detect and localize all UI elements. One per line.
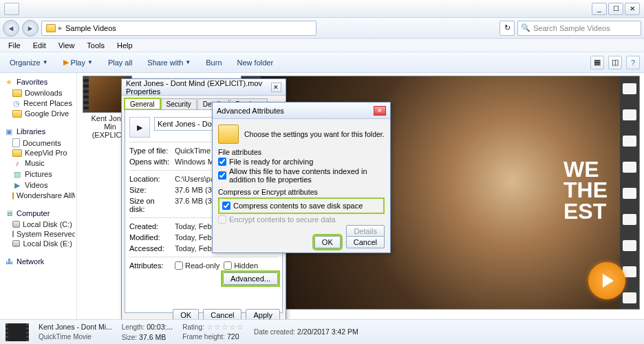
status-datecreated: 2/20/2017 3:42 PM xyxy=(297,327,358,336)
file-attributes-label: File attributes xyxy=(218,148,385,156)
advanced-close-button[interactable]: ✕ xyxy=(374,106,386,116)
details-pane: Kent Jones - Dont Mi... QuickTime Movie … xyxy=(0,319,644,344)
tab-security[interactable]: Security xyxy=(161,98,197,109)
compress-encrypt-label: Compress or Encrypt attributes xyxy=(218,188,385,196)
sidebar-item-diskd[interactable]: System Reserved (D:) xyxy=(1,229,75,239)
status-length: 00:03:... xyxy=(147,323,173,331)
navigation-pane: ★Favorites Downloads ◷Recent Places Goog… xyxy=(0,73,77,319)
refresh-button[interactable]: ↻ xyxy=(500,21,515,36)
advanced-cancel-button[interactable]: Cancel xyxy=(346,236,385,248)
help-button[interactable]: ? xyxy=(626,56,640,69)
file-type-icon: ▶ xyxy=(129,117,150,138)
sidebar-libraries-head[interactable]: ▣Libraries xyxy=(1,125,75,138)
sidebar-item-gdrive[interactable]: Google Drive xyxy=(1,109,75,118)
share-with-button[interactable]: Share with▼ xyxy=(142,56,196,69)
maximize-button[interactable] xyxy=(608,3,623,15)
play-all-button[interactable]: Play all xyxy=(103,56,138,69)
sidebar-item-diskc[interactable]: Local Disk (C:) xyxy=(1,219,75,229)
folder-settings-icon xyxy=(218,125,239,144)
archive-checkbox[interactable]: File is ready for archiving xyxy=(218,158,385,166)
address-bar-row: ◄ ► ▸ Sample Videos ↻ 🔍 Search Sample Vi… xyxy=(0,18,644,39)
sidebar-item-diske[interactable]: Local Disk (E:) xyxy=(1,239,75,248)
sidebar-network-head[interactable]: 🖧Network xyxy=(1,255,75,268)
menu-tools[interactable]: Tools xyxy=(81,40,110,51)
organize-button[interactable]: Organize▼ xyxy=(4,56,54,69)
advanced-description: Choose the settings you want for this fo… xyxy=(244,130,385,138)
search-input[interactable]: 🔍 Search Sample Videos xyxy=(517,21,641,36)
status-frameheight: 720 xyxy=(227,332,239,341)
preview-pane-button[interactable]: ◫ xyxy=(608,56,622,69)
view-options-button[interactable]: ▦ xyxy=(590,56,604,69)
breadcrumb-text: Sample Videos xyxy=(65,24,116,32)
sidebar-item-downloads[interactable]: Downloads xyxy=(1,88,75,98)
search-placeholder: Search Sample Videos xyxy=(533,24,610,32)
menu-edit[interactable]: Edit xyxy=(28,40,52,51)
folder-icon xyxy=(46,24,56,32)
sidebar-favorites-head[interactable]: ★Favorites xyxy=(1,76,75,88)
new-folder-button[interactable]: New folder xyxy=(232,56,279,69)
encrypt-checkbox[interactable]: Encrypt contents to secure data xyxy=(218,215,385,224)
sidebar-item-wondershare[interactable]: Wondershare AllMy xyxy=(1,191,75,200)
readonly-checkbox[interactable]: Read-only xyxy=(175,261,219,270)
properties-title: Kent Jones - Dont Mind (EXPLICIT).mov Pr… xyxy=(126,79,271,96)
back-button[interactable]: ◄ xyxy=(3,20,19,36)
menu-help[interactable]: Help xyxy=(111,40,138,51)
sidebar-computer-head[interactable]: 🖥Computer xyxy=(1,207,75,219)
advanced-ok-button[interactable]: OK xyxy=(314,236,341,248)
status-thumbnail xyxy=(6,323,29,341)
hidden-checkbox[interactable]: Hidden xyxy=(224,261,258,270)
menu-bar: File Edit View Tools Help xyxy=(0,39,644,52)
menu-file[interactable]: File xyxy=(3,40,26,51)
preview-overlay-text: WE THE EST xyxy=(564,159,608,222)
status-filename: Kent Jones - Dont Mi... xyxy=(39,323,112,332)
index-checkbox[interactable]: Allow this file to have contents indexed… xyxy=(218,167,385,184)
advanced-button[interactable]: Advanced... xyxy=(223,272,278,285)
toolbar: Organize▼ ▶Play▼ Play all Share with▼ Bu… xyxy=(0,52,644,73)
sidebar-item-videos[interactable]: ▶Videos xyxy=(1,180,75,191)
properties-titlebar[interactable]: Kent Jones - Dont Mind (EXPLICIT).mov Pr… xyxy=(122,79,286,96)
tab-general[interactable]: General xyxy=(125,98,160,109)
window-titlebar xyxy=(0,0,644,18)
advanced-title: Advanced Attributes xyxy=(217,107,284,115)
sys-icon xyxy=(4,3,19,15)
search-icon: 🔍 xyxy=(521,23,530,32)
forward-button[interactable]: ► xyxy=(22,20,39,36)
breadcrumb[interactable]: ▸ Sample Videos xyxy=(41,21,316,36)
minimize-button[interactable] xyxy=(592,3,607,15)
advanced-titlebar[interactable]: Advanced Attributes ✕ xyxy=(213,103,390,119)
advanced-attributes-dialog: Advanced Attributes ✕ Choose the setting… xyxy=(212,102,391,253)
status-filetype: QuickTime Movie xyxy=(39,332,112,341)
sidebar-item-pictures[interactable]: ▧Pictures xyxy=(1,169,75,180)
sidebar-item-recent[interactable]: ◷Recent Places xyxy=(1,98,75,109)
compress-checkbox[interactable]: Compress contents to save disk space xyxy=(222,202,380,210)
sidebar-item-music[interactable]: ♪Music xyxy=(1,158,75,169)
sidebar-item-keepvid[interactable]: KeepVid Pro xyxy=(1,148,75,158)
close-button[interactable] xyxy=(625,3,640,15)
status-size: 37.6 MB xyxy=(139,333,166,341)
properties-close-button[interactable]: ✕ xyxy=(271,83,281,92)
sidebar-item-documents[interactable]: Documents xyxy=(1,138,75,148)
play-icon[interactable] xyxy=(588,262,625,299)
status-rating[interactable]: ☆☆☆☆☆ xyxy=(206,323,244,331)
menu-view[interactable]: View xyxy=(53,40,80,51)
play-button[interactable]: ▶Play▼ xyxy=(58,56,98,69)
burn-button[interactable]: Burn xyxy=(200,56,227,69)
